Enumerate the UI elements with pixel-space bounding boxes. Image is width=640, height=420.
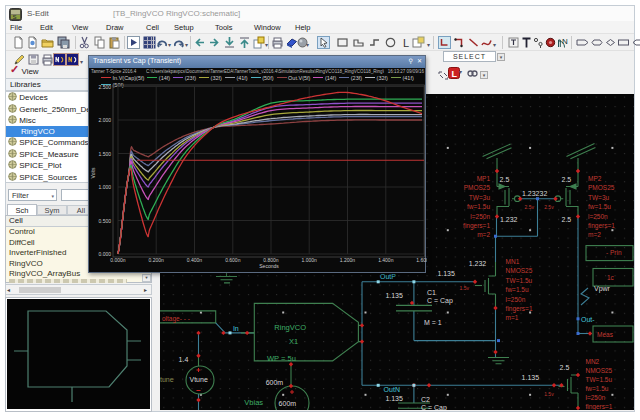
- svg-text:2.5v: 2.5v: [525, 204, 535, 210]
- svg-text:1.232: 1.232: [469, 260, 487, 267]
- svg-text:1.4: 1.4: [179, 356, 189, 363]
- svg-text:- Prin: - Prin: [606, 249, 622, 256]
- svg-text:600m: 600m: [266, 379, 284, 386]
- svg-text:RingVCO: RingVCO: [274, 323, 306, 332]
- svg-text:2.5: 2.5: [562, 216, 572, 223]
- svg-text:l=250n: l=250n: [586, 394, 606, 401]
- svg-text:fingers=1: fingers=1: [588, 222, 615, 230]
- svg-text:MN1: MN1: [506, 258, 520, 265]
- svg-text:C = Cap: C = Cap: [421, 404, 447, 410]
- svg-text:1.600n: 1.600n: [416, 257, 427, 263]
- svg-text:NMOS25: NMOS25: [506, 267, 533, 274]
- svg-text:1.500: 1.500: [98, 151, 111, 157]
- svg-text:WP = 5u: WP = 5u: [267, 354, 296, 363]
- svg-text:1.000n: 1.000n: [302, 257, 318, 263]
- svg-text:2.500: 2.500: [98, 84, 111, 90]
- svg-text:1.135: 1.135: [437, 270, 455, 277]
- svg-text:MP1: MP1: [477, 175, 491, 182]
- svg-text:Out-: Out-: [581, 316, 595, 323]
- svg-text:Volts: Volts: [90, 167, 96, 178]
- svg-text:m=1: m=1: [506, 314, 519, 321]
- svg-text:2.5v: 2.5v: [544, 204, 554, 210]
- svg-text:1.135: 1.135: [385, 395, 403, 402]
- svg-text:fw=1.5u: fw=1.5u: [506, 286, 529, 293]
- svg-text:m=2: m=2: [477, 231, 490, 238]
- svg-text:l=250n: l=250n: [588, 213, 608, 220]
- svg-text:TW=1.5u: TW=1.5u: [506, 277, 533, 284]
- svg-text:1.135: 1.135: [385, 292, 403, 299]
- svg-text:C2: C2: [421, 396, 430, 403]
- svg-text:Vtune: Vtune: [190, 376, 208, 383]
- svg-text:0.400n: 0.400n: [187, 257, 203, 263]
- svg-text:Seconds: Seconds: [259, 263, 279, 269]
- svg-text:N: N: [562, 37, 568, 46]
- svg-text:2.5: 2.5: [560, 364, 570, 371]
- svg-text:1c: 1c: [607, 274, 615, 281]
- svg-text:tune: tune: [160, 376, 174, 383]
- svg-text:S: S: [13, 14, 17, 20]
- svg-text:M = 1: M = 1: [424, 319, 442, 326]
- svg-text:MN2: MN2: [586, 358, 600, 365]
- svg-text:In: In: [233, 325, 239, 332]
- svg-text:C = Cap: C = Cap: [427, 297, 453, 305]
- svg-text:fingers=1: fingers=1: [506, 305, 533, 313]
- svg-text:fw=1.5u: fw=1.5u: [467, 203, 490, 210]
- svg-text:1.5v: 1.5v: [544, 391, 554, 397]
- svg-text:Vbias: Vbias: [244, 398, 263, 407]
- svg-text:fingers=1: fingers=1: [586, 403, 613, 411]
- svg-text:Vpwr: Vpwr: [594, 285, 611, 293]
- svg-text:2.000: 2.000: [98, 117, 111, 123]
- svg-text:oltage- - -: oltage- - -: [162, 315, 190, 323]
- svg-text:NMOS25: NMOS25: [586, 367, 613, 374]
- svg-text:1.200n: 1.200n: [340, 257, 356, 263]
- svg-text:m=2: m=2: [588, 231, 601, 238]
- svg-text:0.500: 0.500: [98, 218, 111, 224]
- svg-text:fingers=1: fingers=1: [463, 222, 490, 230]
- svg-text:1.5v: 1.5v: [460, 285, 470, 291]
- svg-text:0.200n: 0.200n: [149, 257, 165, 263]
- svg-text:0.000n: 0.000n: [110, 257, 126, 263]
- svg-text:1.232: 1.232: [500, 216, 518, 223]
- svg-text:2.5: 2.5: [500, 176, 510, 183]
- svg-text:MP2: MP2: [588, 175, 602, 182]
- svg-text:600m: 600m: [279, 400, 297, 407]
- svg-text:TW=1.5u: TW=1.5u: [586, 376, 613, 383]
- svg-text:PMOS25: PMOS25: [464, 184, 491, 191]
- svg-text:TW=3u: TW=3u: [469, 194, 491, 201]
- svg-text:C1: C1: [427, 289, 436, 296]
- svg-text:l=250n: l=250n: [470, 213, 490, 220]
- svg-text:0.000: 0.000: [98, 251, 111, 257]
- svg-text:2.5: 2.5: [562, 176, 572, 183]
- svg-text:fw=1.5u: fw=1.5u: [588, 203, 611, 210]
- svg-text:Meas: Meas: [597, 331, 614, 338]
- svg-text:L: L: [452, 69, 458, 79]
- svg-text:1.000: 1.000: [98, 184, 111, 190]
- svg-text:PMOS25: PMOS25: [588, 184, 615, 191]
- svg-text:1.400n: 1.400n: [378, 257, 394, 263]
- svg-text:TW=3u: TW=3u: [588, 194, 610, 201]
- svg-text:1.23232: 1.23232: [522, 190, 547, 197]
- svg-text:OutN: OutN: [384, 386, 400, 393]
- svg-text:L: L: [403, 37, 409, 49]
- svg-text:fw=1.5u: fw=1.5u: [586, 385, 609, 392]
- svg-text:X1: X1: [289, 337, 298, 346]
- svg-text:0.600n: 0.600n: [225, 257, 241, 263]
- svg-text:l=250n: l=250n: [506, 296, 526, 303]
- svg-text:1.135: 1.135: [522, 374, 540, 381]
